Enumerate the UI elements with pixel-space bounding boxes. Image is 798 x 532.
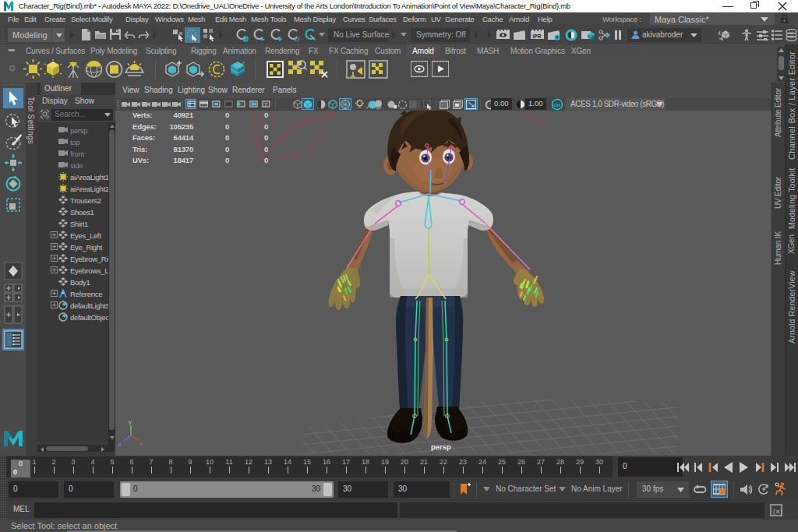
svg-text:persp: persp (431, 442, 451, 451)
svg-text:IPR: IPR (533, 33, 542, 39)
svg-text:{a}: {a} (772, 508, 782, 515)
svg-text:ON: ON (554, 103, 560, 107)
svg-text:y: y (129, 418, 132, 425)
svg-text:x: x (139, 440, 143, 447)
svg-text:7: 7 (264, 102, 267, 107)
svg-text:z: z (118, 441, 122, 448)
